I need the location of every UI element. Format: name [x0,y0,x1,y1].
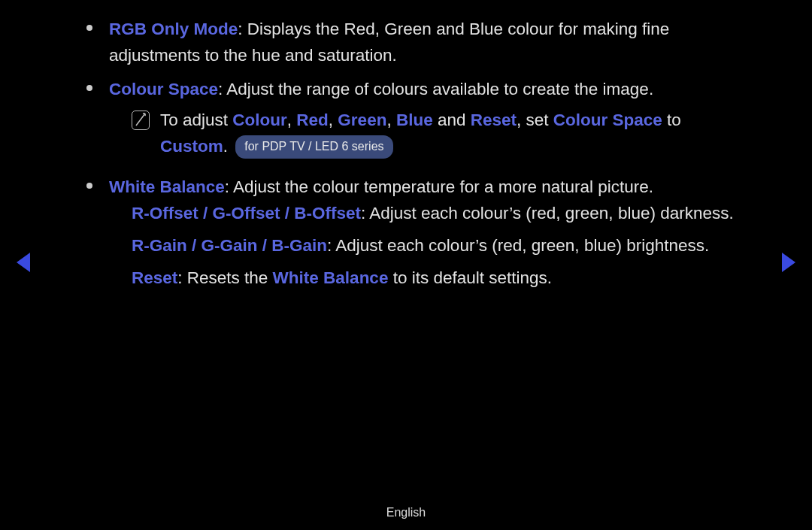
footer-language: English [0,506,812,519]
note-text: , [329,111,338,129]
bullet-icon [86,85,92,91]
sub-gain: R-Gain / G-Gain / B-Gain: Adjust each co… [132,233,744,259]
desc-reset-pre: : Resets the [177,268,272,287]
note-text: and [433,111,471,129]
note-icon [132,111,150,130]
desc-white-balance: : Adjust the colour temperature for a mo… [225,177,653,196]
list-item: RGB Only Mode: Displays the Red, Green a… [86,17,744,69]
note-body: To adjust Colour, Red, Green, Blue and R… [160,108,744,160]
term-reset-wb: Reset [132,268,177,287]
term-red: Red [296,111,329,129]
desc-colour-space: : Adjust the range of colours available … [218,80,653,98]
term-colour-space-inline: Colour Space [553,111,662,129]
term-custom: Custom [160,137,223,156]
term-colour: Colour [232,111,287,129]
term-offset: R-Offset / G-Offset / B-Offset [132,204,361,223]
note-row: To adjust Colour, Red, Green, Blue and R… [132,108,744,160]
list-item: Colour Space: Adjust the range of colour… [86,77,744,168]
note-text: to [662,111,681,129]
desc-gain: : Adjust each colour’s (red, green, blue… [327,236,709,255]
help-content: RGB Only Mode: Displays the Red, Green a… [86,17,744,305]
term-rgb-only-mode: RGB Only Mode [109,20,238,38]
term-blue: Blue [396,111,433,129]
note-text: , [386,111,396,129]
term-colour-space: Colour Space [109,80,218,98]
note-text: , set [517,111,553,129]
list-item: White Balance: Adjust the colour tempera… [86,174,744,298]
term-wb-inline: White Balance [273,268,389,287]
next-page-arrow-icon[interactable] [782,253,795,272]
note-text: , [287,111,297,129]
note-text: . [223,137,233,156]
term-white-balance: White Balance [109,177,225,196]
sub-reset: Reset: Resets the White Balance to its d… [132,265,744,292]
term-reset: Reset [471,111,517,129]
prev-page-arrow-icon[interactable] [17,253,30,272]
term-green: Green [338,111,386,129]
term-gain: R-Gain / G-Gain / B-Gain [132,236,327,255]
desc-offset: : Adjust each colour’s (red, green, blue… [361,204,734,223]
model-pill: for PDP TV / LED 6 series [235,135,392,159]
sub-offset: R-Offset / G-Offset / B-Offset: Adjust e… [132,201,744,227]
desc-reset-post: to its default settings. [388,268,552,287]
note-text: To adjust [160,111,232,129]
bullet-icon [86,25,92,31]
bullet-icon [86,183,92,189]
